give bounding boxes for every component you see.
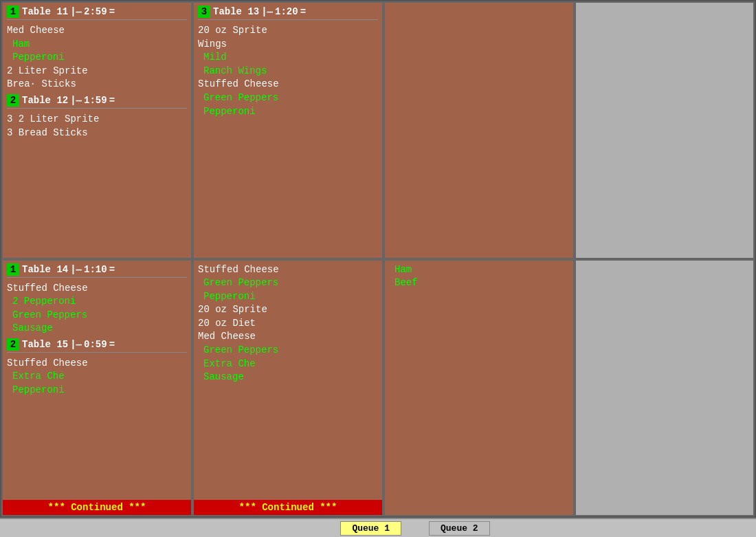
tab-queue-1[interactable]: Queue 1: [340, 521, 401, 536]
order-item: 3 2 Liter Sprite: [7, 113, 187, 127]
order-item: Stuffed Cheese: [7, 282, 187, 296]
order-header-r0-c0-o1: 2Table 12|—1:59=: [7, 94, 187, 109]
divider2-icon: =: [109, 95, 115, 106]
order-item: 2 Liter Sprite: [7, 65, 187, 78]
order-header-r1-c0-o0: 1Table 14|—1:10=: [7, 263, 187, 278]
order-item: Ham: [389, 263, 569, 277]
table-name: Table 12: [22, 95, 68, 106]
grid-cell-r1-c3[interactable]: [575, 259, 755, 517]
order-item: Wings: [198, 38, 378, 52]
order-item: Green Peppers: [198, 91, 378, 105]
divider2-icon: =: [109, 339, 115, 350]
continued-bar: *** Continued ***: [194, 500, 382, 515]
bottom-center-tabs: Queue 1Queue 2: [82, 521, 748, 536]
order-header-r0-c1-o0: 3Table 13|—1:20=: [198, 6, 378, 20]
order-item: 20 oz Diet: [198, 317, 378, 331]
main-container: 1Table 11|—2:59=Med CheeseHamPepperoni2 …: [0, 0, 756, 537]
divider-icon: |—: [70, 95, 82, 106]
grid-cell-r0-c3[interactable]: [575, 1, 755, 259]
order-item: Pepperoni: [7, 51, 187, 65]
order-timer: 1:10: [84, 264, 107, 275]
order-item: Stuffed Cheese: [198, 263, 378, 277]
order-timer: 1:59: [84, 95, 107, 106]
table-name: Table 11: [22, 6, 68, 17]
order-item: Pepperoni: [198, 105, 378, 119]
grid-cell-r0-c1[interactable]: 3Table 13|—1:20=20 oz SpriteWingsMildRan…: [192, 1, 383, 259]
order-item: Brea· Sticks: [7, 78, 187, 91]
order-item: Green Peppers: [7, 309, 187, 322]
order-header-r0-c0-o0: 1Table 11|—2:59=: [7, 6, 187, 20]
order-item: Med Cheese: [7, 24, 187, 38]
order-item: Pepperoni: [198, 290, 378, 304]
order-item: Stuffed Cheese: [7, 357, 187, 371]
divider2-icon: =: [300, 6, 306, 17]
divider2-icon: =: [109, 264, 115, 275]
order-item: Extra Che: [198, 358, 378, 371]
order-item: Beef: [389, 276, 569, 290]
order-timer: 2:59: [84, 6, 107, 17]
ticket-number: 3: [198, 6, 210, 18]
table-name: Table 13: [213, 6, 259, 17]
order-item: Ham: [7, 38, 187, 52]
ticket-number: 2: [7, 338, 19, 351]
divider-icon: |—: [70, 339, 82, 350]
order-item: 20 oz Sprite: [198, 24, 378, 38]
order-item: Stuffed Cheese: [198, 78, 378, 91]
order-item: Ranch Wings: [198, 65, 378, 78]
bottom-bar: Queue 1Queue 2: [0, 518, 756, 537]
order-item: Sausage: [198, 371, 378, 384]
grid-cell-r1-c2[interactable]: HamBeef: [383, 259, 575, 517]
order-item: Med Cheese: [198, 330, 378, 344]
order-timer: 0:59: [84, 339, 107, 350]
ticket-number: 1: [7, 6, 19, 18]
order-item: 2 Pepperoni: [7, 295, 187, 309]
table-name: Table 14: [22, 264, 68, 275]
divider-icon: |—: [70, 264, 82, 275]
tab-queue-2[interactable]: Queue 2: [429, 521, 490, 536]
order-item: 3 Bread Sticks: [7, 127, 187, 140]
order-item: Extra Che: [7, 370, 187, 384]
order-header-r1-c0-o1: 2Table 15|—0:59=: [7, 338, 187, 353]
order-item: Green Peppers: [198, 344, 378, 358]
grid-cell-r1-c1[interactable]: Stuffed CheeseGreen PeppersPepperoni20 o…: [192, 259, 383, 517]
ticket-number: 2: [7, 94, 19, 107]
grid-cell-r0-c2[interactable]: [383, 1, 575, 259]
order-timer: 1:20: [275, 6, 298, 17]
divider-icon: |—: [70, 6, 82, 17]
order-item: Sausage: [7, 322, 187, 336]
order-item: Green Peppers: [198, 276, 378, 290]
ticket-number: 1: [7, 263, 19, 276]
order-grid: 1Table 11|—2:59=Med CheeseHamPepperoni2 …: [0, 0, 756, 518]
continued-bar: *** Continued ***: [3, 500, 191, 515]
grid-cell-r0-c0[interactable]: 1Table 11|—2:59=Med CheeseHamPepperoni2 …: [1, 1, 192, 259]
divider2-icon: =: [109, 6, 115, 17]
order-item: 20 oz Sprite: [198, 303, 378, 317]
grid-cell-r1-c0[interactable]: 1Table 14|—1:10=Stuffed Cheese2 Pepperon…: [1, 259, 192, 517]
table-name: Table 15: [22, 339, 68, 350]
order-item: Mild: [198, 51, 378, 65]
divider-icon: |—: [261, 6, 273, 17]
order-item: Pepperoni: [7, 384, 187, 397]
